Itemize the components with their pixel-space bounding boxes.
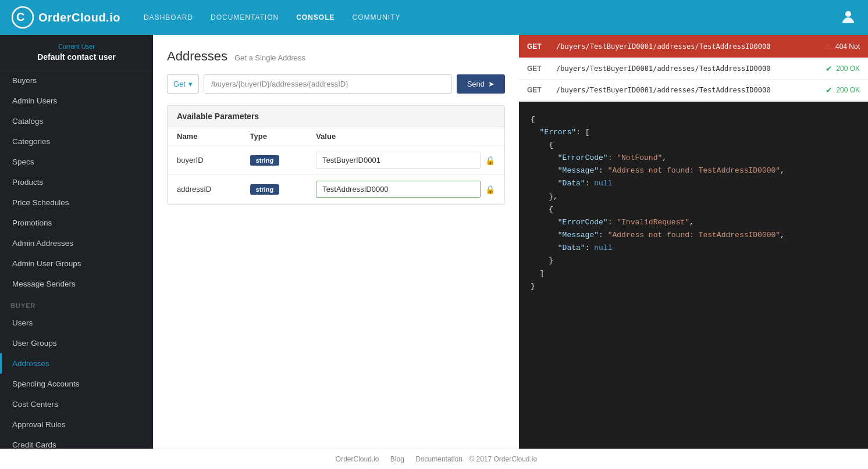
history-method-0: GET [527,42,550,51]
page-title-row: Addresses Get a Single Address [167,49,505,64]
sidebar-item-user-groups[interactable]: User Groups [0,333,153,353]
params-box: Available Parameters Name Type Value buy… [167,105,505,205]
send-icon: ➤ [488,80,495,88]
history-url-0: /buyers/TestBuyerID0001/addresses/TestAd… [556,42,818,51]
footer-brand[interactable]: OrderCloud.io [336,455,379,463]
history-status-0: 404 Not [835,42,860,51]
response-panel: GET /buyers/TestBuyerID0001/addresses/Te… [519,35,868,449]
param-row-buyerid: buyerID string 🔒 [168,146,504,175]
sidebar-scroll: Buyers Admin Users Catalogs Categories S… [0,70,153,449]
warning-icon-0: ⚠ [824,41,832,52]
param-type-buyerid: string [250,155,280,166]
nav-dashboard[interactable]: DASHBOARD [144,13,193,22]
main-layout: Current User Default contact user Buyers… [0,35,868,449]
history-method-1: GET [527,65,550,73]
sidebar-item-buyers[interactable]: Buyers [0,70,153,91]
sidebar-item-promotions[interactable]: Promotions [0,213,153,233]
col-name: Name [168,127,241,146]
footer-blog[interactable]: Blog [390,455,404,463]
url-input[interactable] [204,74,452,94]
footer-documentation[interactable]: Documentation [415,455,463,463]
footer: OrderCloud.io Blog Documentation © 2017 … [0,449,868,469]
params-header: Available Parameters [168,106,504,127]
chevron-down-icon: ▾ [188,80,193,88]
request-row: Get ▾ Send ➤ [167,74,505,94]
param-value-wrapper-buyerid: 🔒 [316,152,495,169]
logo-icon: C [12,6,34,28]
sidebar-item-spending-accounts[interactable]: Spending Accounts [0,374,153,394]
sidebar-username: Default contact user [9,52,144,62]
ok-icon-1: ✔ [826,64,833,73]
svg-text:C: C [16,10,24,23]
send-button[interactable]: Send ➤ [457,74,505,94]
buyer-section-label: BUYER [0,294,153,313]
method-dropdown[interactable]: Get ▾ [167,74,199,94]
page-title: Addresses [167,49,227,64]
history-url-1: /buyers/TestBuyerID0001/addresses/TestAd… [556,65,820,73]
sidebar-item-admin-users[interactable]: Admin Users [0,91,153,111]
response-history: GET /buyers/TestBuyerID0001/addresses/Te… [519,35,868,102]
sidebar-item-message-senders[interactable]: Message Senders [0,274,153,294]
history-status-2: 200 OK [836,86,860,94]
lock-icon-addressid: 🔒 [485,185,495,194]
params-table: Name Type Value buyerID string 🔒 [168,127,504,204]
nav-console[interactable]: CONSOLE [296,13,335,22]
history-item-1[interactable]: GET /buyers/TestBuyerID0001/addresses/Te… [519,58,868,80]
sidebar-item-approval-rules[interactable]: Approval Rules [0,414,153,435]
history-url-2: /buyers/TestBuyerID0001/addresses/TestAd… [556,86,820,94]
param-type-addressid: string [250,184,280,195]
sidebar-item-addresses[interactable]: Addresses [0,353,153,374]
sidebar-item-credit-cards[interactable]: Credit Cards [0,435,153,449]
param-name-addressid: addressID [177,185,211,194]
param-value-wrapper-addressid: 🔒 [316,181,495,198]
sidebar-item-admin-user-groups[interactable]: Admin User Groups [0,253,153,274]
history-status-1: 200 OK [836,65,860,73]
history-method-2: GET [527,86,550,94]
col-type: Type [241,127,307,146]
ok-icon-2: ✔ [826,85,833,95]
sidebar-item-catalogs[interactable]: Catalogs [0,111,153,131]
logo-area[interactable]: C OrderCloud.io [12,6,120,28]
sidebar-item-specs[interactable]: Specs [0,152,153,172]
lock-icon-buyerid: 🔒 [485,156,495,165]
history-item-0[interactable]: GET /buyers/TestBuyerID0001/addresses/Te… [519,35,868,58]
col-value: Value [307,127,504,146]
top-nav: C OrderCloud.io DASHBOARD DOCUMENTATION … [0,0,868,35]
user-icon[interactable] [840,8,856,27]
sidebar-item-users[interactable]: Users [0,313,153,333]
sidebar: Current User Default contact user Buyers… [0,35,153,449]
param-row-addressid: addressID string 🔒 [168,175,504,204]
sidebar-item-products[interactable]: Products [0,172,153,192]
history-item-2[interactable]: GET /buyers/TestBuyerID0001/addresses/Te… [519,80,868,101]
param-value-buyerid[interactable] [316,152,481,169]
nav-links: DASHBOARD DOCUMENTATION CONSOLE COMMUNIT… [144,13,840,22]
param-value-addressid[interactable] [316,181,481,198]
page-subtitle: Get a Single Address [234,53,305,62]
footer-copyright: © 2017 OrderCloud.io [469,455,537,463]
param-name-buyerid: buyerID [177,156,204,164]
nav-documentation[interactable]: DOCUMENTATION [211,13,279,22]
svg-point-2 [845,11,851,17]
response-body: { "Errors": [ { "ErrorCode": "NotFound",… [519,102,868,449]
sidebar-item-cost-centers[interactable]: Cost Centers [0,394,153,414]
logo-text: OrderCloud.io [38,11,120,24]
current-user-label: Current User [9,43,144,50]
sidebar-item-admin-addresses[interactable]: Admin Addresses [0,233,153,253]
sidebar-item-categories[interactable]: Categories [0,131,153,152]
content-area: Addresses Get a Single Address Get ▾ Sen… [153,35,519,449]
sidebar-header: Current User Default contact user [0,35,153,70]
nav-community[interactable]: COMMUNITY [353,13,401,22]
sidebar-item-price-schedules[interactable]: Price Schedules [0,192,153,213]
